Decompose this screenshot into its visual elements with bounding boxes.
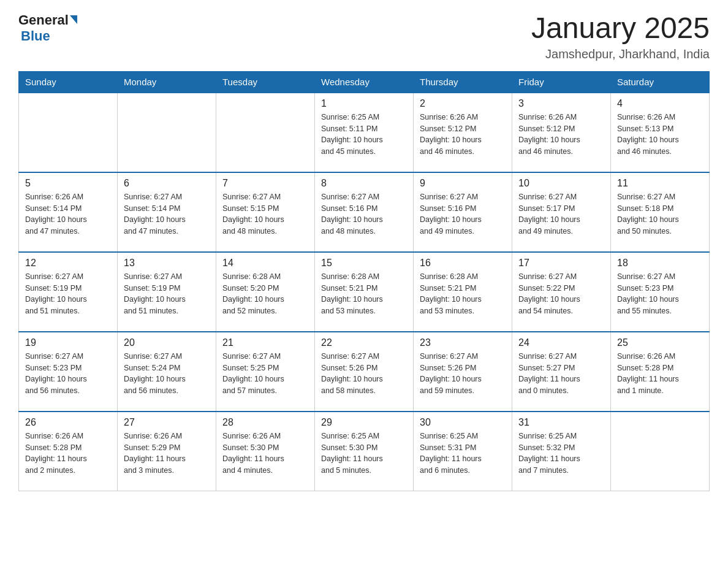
calendar-cell: 3Sunrise: 6:26 AM Sunset: 5:12 PM Daylig… — [512, 93, 611, 172]
day-info: Sunrise: 6:25 AM Sunset: 5:11 PM Dayligh… — [321, 112, 407, 158]
day-info: Sunrise: 6:27 AM Sunset: 5:24 PM Dayligh… — [124, 351, 210, 397]
calendar-cell: 20Sunrise: 6:27 AM Sunset: 5:24 PM Dayli… — [118, 332, 216, 412]
logo-arrow-icon — [70, 15, 77, 24]
calendar-cell: 5Sunrise: 6:26 AM Sunset: 5:14 PM Daylig… — [19, 172, 118, 252]
calendar-cell: 14Sunrise: 6:28 AM Sunset: 5:20 PM Dayli… — [216, 252, 315, 332]
calendar-cell: 28Sunrise: 6:26 AM Sunset: 5:30 PM Dayli… — [216, 412, 315, 491]
day-number: 12 — [25, 258, 111, 269]
calendar-cell — [118, 93, 216, 172]
day-number: 11 — [617, 178, 703, 189]
calendar-cell: 8Sunrise: 6:27 AM Sunset: 5:16 PM Daylig… — [315, 172, 414, 252]
calendar-table: SundayMondayTuesdayWednesdayThursdayFrid… — [18, 71, 710, 492]
calendar-cell: 11Sunrise: 6:27 AM Sunset: 5:18 PM Dayli… — [611, 172, 710, 252]
day-info: Sunrise: 6:27 AM Sunset: 5:14 PM Dayligh… — [124, 191, 210, 237]
day-number: 27 — [124, 417, 210, 428]
day-number: 7 — [222, 178, 308, 189]
calendar-cell — [19, 93, 118, 172]
calendar-cell: 4Sunrise: 6:26 AM Sunset: 5:13 PM Daylig… — [611, 93, 710, 172]
weekday-header-saturday: Saturday — [611, 71, 710, 93]
calendar-cell: 23Sunrise: 6:27 AM Sunset: 5:26 PM Dayli… — [414, 332, 512, 412]
calendar-cell: 19Sunrise: 6:27 AM Sunset: 5:23 PM Dayli… — [19, 332, 118, 412]
calendar-cell: 2Sunrise: 6:26 AM Sunset: 5:12 PM Daylig… — [414, 93, 512, 172]
day-info: Sunrise: 6:27 AM Sunset: 5:26 PM Dayligh… — [420, 351, 506, 397]
weekday-header-wednesday: Wednesday — [315, 71, 414, 93]
day-info: Sunrise: 6:26 AM Sunset: 5:12 PM Dayligh… — [420, 112, 506, 158]
weekday-header-friday: Friday — [512, 71, 611, 93]
calendar-header: SundayMondayTuesdayWednesdayThursdayFrid… — [19, 71, 710, 93]
day-info: Sunrise: 6:28 AM Sunset: 5:20 PM Dayligh… — [222, 271, 308, 317]
calendar-cell: 27Sunrise: 6:26 AM Sunset: 5:29 PM Dayli… — [118, 412, 216, 491]
day-info: Sunrise: 6:25 AM Sunset: 5:31 PM Dayligh… — [420, 431, 506, 477]
day-info: Sunrise: 6:27 AM Sunset: 5:27 PM Dayligh… — [518, 351, 604, 397]
day-number: 16 — [420, 258, 506, 269]
calendar-subtitle: Jamshedpur, Jharkhand, India — [531, 47, 710, 61]
day-info: Sunrise: 6:26 AM Sunset: 5:28 PM Dayligh… — [617, 351, 703, 397]
day-info: Sunrise: 6:27 AM Sunset: 5:17 PM Dayligh… — [518, 191, 604, 237]
day-info: Sunrise: 6:26 AM Sunset: 5:30 PM Dayligh… — [222, 431, 308, 477]
calendar-cell — [216, 93, 315, 172]
calendar-cell: 1Sunrise: 6:25 AM Sunset: 5:11 PM Daylig… — [315, 93, 414, 172]
calendar-cell: 25Sunrise: 6:26 AM Sunset: 5:28 PM Dayli… — [611, 332, 710, 412]
day-number: 18 — [617, 258, 703, 269]
calendar-cell: 9Sunrise: 6:27 AM Sunset: 5:16 PM Daylig… — [414, 172, 512, 252]
logo-blue-text: Blue — [21, 28, 50, 44]
day-info: Sunrise: 6:27 AM Sunset: 5:18 PM Dayligh… — [617, 191, 703, 237]
day-number: 5 — [25, 178, 111, 189]
calendar-cell: 29Sunrise: 6:25 AM Sunset: 5:30 PM Dayli… — [315, 412, 414, 491]
calendar-week-row: 26Sunrise: 6:26 AM Sunset: 5:28 PM Dayli… — [19, 412, 710, 491]
calendar-cell: 6Sunrise: 6:27 AM Sunset: 5:14 PM Daylig… — [118, 172, 216, 252]
day-info: Sunrise: 6:27 AM Sunset: 5:16 PM Dayligh… — [420, 191, 506, 237]
day-number: 10 — [518, 178, 604, 189]
weekday-header-sunday: Sunday — [19, 71, 118, 93]
day-info: Sunrise: 6:27 AM Sunset: 5:25 PM Dayligh… — [222, 351, 308, 397]
day-info: Sunrise: 6:26 AM Sunset: 5:13 PM Dayligh… — [617, 112, 703, 158]
day-info: Sunrise: 6:27 AM Sunset: 5:19 PM Dayligh… — [124, 271, 210, 317]
day-number: 19 — [25, 337, 111, 348]
day-number: 17 — [518, 258, 604, 269]
calendar-cell: 18Sunrise: 6:27 AM Sunset: 5:23 PM Dayli… — [611, 252, 710, 332]
day-number: 26 — [25, 417, 111, 428]
day-info: Sunrise: 6:27 AM Sunset: 5:23 PM Dayligh… — [617, 271, 703, 317]
logo-general-text: General — [18, 12, 69, 28]
day-number: 6 — [124, 178, 210, 189]
day-number: 4 — [617, 98, 703, 109]
calendar-cell: 12Sunrise: 6:27 AM Sunset: 5:19 PM Dayli… — [19, 252, 118, 332]
day-number: 13 — [124, 258, 210, 269]
calendar-title: January 2025 — [531, 12, 710, 45]
day-number: 9 — [420, 178, 506, 189]
weekday-header-tuesday: Tuesday — [216, 71, 315, 93]
day-info: Sunrise: 6:28 AM Sunset: 5:21 PM Dayligh… — [420, 271, 506, 317]
calendar-cell: 15Sunrise: 6:28 AM Sunset: 5:21 PM Dayli… — [315, 252, 414, 332]
weekday-header-monday: Monday — [118, 71, 216, 93]
day-number: 23 — [420, 337, 506, 348]
day-number: 28 — [222, 417, 308, 428]
day-number: 30 — [420, 417, 506, 428]
day-info: Sunrise: 6:27 AM Sunset: 5:15 PM Dayligh… — [222, 191, 308, 237]
calendar-week-row: 12Sunrise: 6:27 AM Sunset: 5:19 PM Dayli… — [19, 252, 710, 332]
weekday-header-thursday: Thursday — [414, 71, 512, 93]
day-info: Sunrise: 6:26 AM Sunset: 5:12 PM Dayligh… — [518, 112, 604, 158]
calendar-cell: 13Sunrise: 6:27 AM Sunset: 5:19 PM Dayli… — [118, 252, 216, 332]
day-number: 31 — [518, 417, 604, 428]
calendar-cell: 16Sunrise: 6:28 AM Sunset: 5:21 PM Dayli… — [414, 252, 512, 332]
calendar-cell: 22Sunrise: 6:27 AM Sunset: 5:26 PM Dayli… — [315, 332, 414, 412]
calendar-week-row: 1Sunrise: 6:25 AM Sunset: 5:11 PM Daylig… — [19, 93, 710, 172]
day-number: 25 — [617, 337, 703, 348]
calendar-week-row: 5Sunrise: 6:26 AM Sunset: 5:14 PM Daylig… — [19, 172, 710, 252]
title-block: January 2025 Jamshedpur, Jharkhand, Indi… — [531, 12, 710, 61]
calendar-cell: 24Sunrise: 6:27 AM Sunset: 5:27 PM Dayli… — [512, 332, 611, 412]
day-info: Sunrise: 6:26 AM Sunset: 5:28 PM Dayligh… — [25, 431, 111, 477]
day-number: 3 — [518, 98, 604, 109]
day-number: 22 — [321, 337, 407, 348]
day-info: Sunrise: 6:27 AM Sunset: 5:26 PM Dayligh… — [321, 351, 407, 397]
calendar-cell: 30Sunrise: 6:25 AM Sunset: 5:31 PM Dayli… — [414, 412, 512, 491]
day-info: Sunrise: 6:27 AM Sunset: 5:19 PM Dayligh… — [25, 271, 111, 317]
day-number: 29 — [321, 417, 407, 428]
day-info: Sunrise: 6:26 AM Sunset: 5:14 PM Dayligh… — [25, 191, 111, 237]
calendar-cell: 31Sunrise: 6:25 AM Sunset: 5:32 PM Dayli… — [512, 412, 611, 491]
day-info: Sunrise: 6:25 AM Sunset: 5:30 PM Dayligh… — [321, 431, 407, 477]
day-info: Sunrise: 6:26 AM Sunset: 5:29 PM Dayligh… — [124, 431, 210, 477]
day-info: Sunrise: 6:27 AM Sunset: 5:22 PM Dayligh… — [518, 271, 604, 317]
day-number: 2 — [420, 98, 506, 109]
day-number: 24 — [518, 337, 604, 348]
